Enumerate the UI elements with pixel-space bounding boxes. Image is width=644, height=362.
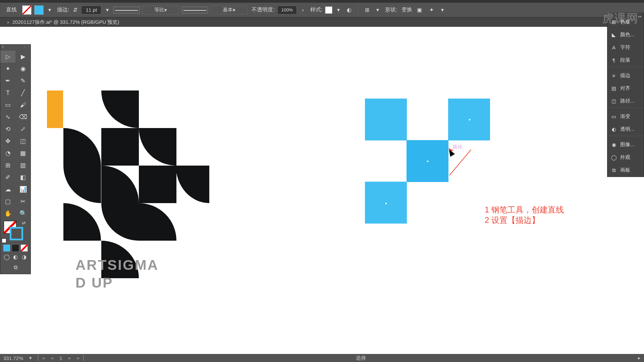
gradient-tool[interactable]: ▥ xyxy=(15,159,31,171)
black-shape xyxy=(63,128,101,166)
draw-inside[interactable]: ◑ xyxy=(20,254,28,260)
panel-character[interactable]: A字符 xyxy=(607,41,644,54)
stroke-color-box[interactable] xyxy=(10,227,23,240)
iso-dd[interactable]: ▾ xyxy=(439,7,446,13)
artboard-tool[interactable]: ▢ xyxy=(0,195,15,207)
nav-prev-icon[interactable]: ◂ xyxy=(51,355,53,361)
black-shape xyxy=(101,90,139,128)
canvas[interactable]: × 〈〈 ▷ ▶ ✦ ◉ ✒ ✎ T ╱ ▭ 🖌 ∿ ⌫ ⟲ ⤢ ✥ ◫ ◔ ▦… xyxy=(0,27,644,354)
toolbox-close-icon[interactable]: × xyxy=(2,45,4,51)
profile-dropdown[interactable]: 等比 ▾ xyxy=(142,6,179,14)
color-mode-solid[interactable] xyxy=(3,244,10,252)
color-mode-none[interactable] xyxy=(20,244,28,252)
zoom-dropdown-icon[interactable]: ▾ xyxy=(29,355,32,361)
isolate-icon[interactable]: ✦ xyxy=(427,6,436,14)
lasso-tool[interactable]: ◉ xyxy=(15,63,31,75)
brush-preview[interactable] xyxy=(182,7,208,13)
symbol-tool[interactable]: ☁ xyxy=(0,183,15,195)
recolor-icon[interactable]: ◐ xyxy=(344,6,354,14)
hand-tool[interactable]: ✋ xyxy=(0,207,15,220)
status-tool-hint: 选择 xyxy=(356,355,366,361)
pen-tool[interactable]: ✒ xyxy=(0,75,15,87)
menubar xyxy=(0,0,644,3)
transparency-icon: ◐ xyxy=(611,126,617,132)
panel-paragraph[interactable]: ¶段落 xyxy=(607,54,644,67)
scale-tool[interactable]: ⤢ xyxy=(15,123,31,135)
black-shape xyxy=(139,203,176,241)
line-tool[interactable]: ╱ xyxy=(15,87,31,99)
right-panels: ▸▸ ⊞色板 ◣颜色... A字符 ¶段落 ≡描边 ▤对齐 ◫路径... ▭渐变… xyxy=(607,13,644,177)
toolbox-menu-icon[interactable]: 〈〈 xyxy=(22,45,29,51)
swatch-dropdown[interactable]: ▾ xyxy=(46,7,53,13)
direct-selection-tool[interactable]: ▶ xyxy=(15,51,31,63)
shaper-tool[interactable]: ∿ xyxy=(0,111,15,123)
nav-first-icon[interactable]: ▏◂ xyxy=(38,355,45,361)
panel-collapse-icon[interactable]: ▸▸ xyxy=(638,14,642,18)
shape-builder-tool[interactable]: ◔ xyxy=(0,147,15,159)
stroke-color-swatch[interactable] xyxy=(34,5,44,15)
draw-normal[interactable]: ◯ xyxy=(3,254,10,260)
opacity-input[interactable] xyxy=(277,6,297,14)
stroke-stepper[interactable]: ⇵ xyxy=(72,7,78,13)
black-shape xyxy=(176,166,209,203)
char-icon: A xyxy=(611,45,617,51)
close-icon[interactable]: × xyxy=(7,19,10,25)
annotation-arrow xyxy=(449,147,480,178)
curvature-tool[interactable]: ✎ xyxy=(15,75,31,87)
style-swatch[interactable] xyxy=(325,6,332,14)
panel-align[interactable]: ▤对齐 xyxy=(607,82,644,95)
options-bar: 直线 ▾ 描边: ⇵ ▾ 等比 ▾ 基本 ▾ 不透明度: › 样式: ▾ ◐ ⊞… xyxy=(0,3,644,17)
swap-fill-stroke-icon[interactable]: ⇄ xyxy=(22,220,26,226)
annotation-text: 1 钢笔工具，创建直线 2 设置【描边】 xyxy=(485,204,564,225)
panel-stroke[interactable]: ≡描边 xyxy=(607,69,644,82)
pathfinder-icon: ◫ xyxy=(611,98,617,104)
zoom-level[interactable]: 331.72% xyxy=(3,355,23,361)
slice-tool[interactable]: ✂ xyxy=(15,195,31,207)
default-fill-stroke-icon[interactable] xyxy=(2,238,6,243)
screen-mode[interactable]: ⧉ xyxy=(0,261,31,274)
draw-behind[interactable]: ◐ xyxy=(12,254,19,260)
nav-last-icon[interactable]: ▸▕ xyxy=(77,355,84,361)
eraser-tool[interactable]: ⌫ xyxy=(15,111,31,123)
transform-icon[interactable]: ▣ xyxy=(415,6,424,14)
style-dropdown[interactable]: ▾ xyxy=(335,7,342,13)
opacity-dropdown[interactable]: › xyxy=(300,7,306,13)
panel-color[interactable]: ◣颜色... xyxy=(607,28,644,41)
document-tab[interactable]: × 20201127操作.ai* @ 331.72% (RGB/GPU 预览) xyxy=(3,19,123,25)
brush-dropdown[interactable]: 基本 ▾ xyxy=(211,6,248,14)
align-dd[interactable]: ▾ xyxy=(374,7,381,13)
free-transform-tool[interactable]: ◫ xyxy=(15,135,31,147)
eyedropper-tool[interactable]: ✐ xyxy=(0,171,15,183)
blend-tool[interactable]: ◧ xyxy=(15,171,31,183)
panel-artboards[interactable]: ⧉画板 xyxy=(607,164,644,177)
gradient-icon: ▭ xyxy=(611,114,617,120)
type-tool[interactable]: T xyxy=(0,87,15,99)
rotate-tool[interactable]: ⟲ xyxy=(0,123,15,135)
mesh-tool[interactable]: ⊞ xyxy=(0,159,15,171)
stroke-weight-input[interactable] xyxy=(81,6,101,14)
stroke-preview[interactable] xyxy=(113,7,140,13)
panel-appearance[interactable]: ◯外观 xyxy=(607,151,644,164)
panel-pathfinder[interactable]: ◫路径... xyxy=(607,95,644,108)
align-icon[interactable]: ⊞ xyxy=(362,6,372,14)
swatches-icon: ⊞ xyxy=(611,19,617,25)
zoom-tool[interactable]: 🔍 xyxy=(15,207,31,220)
panel-image[interactable]: ◉图像... xyxy=(607,138,644,151)
color-mode-gradient[interactable] xyxy=(12,244,19,252)
fill-swatch[interactable] xyxy=(22,5,32,15)
paintbrush-tool[interactable]: 🖌 xyxy=(15,99,31,111)
panel-gradient[interactable]: ▭渐变 xyxy=(607,110,644,123)
magic-wand-tool[interactable]: ✦ xyxy=(0,63,15,75)
width-tool[interactable]: ✥ xyxy=(0,135,15,147)
transform-label[interactable]: 变换 xyxy=(401,6,412,13)
perspective-tool[interactable]: ▦ xyxy=(15,147,31,159)
nav-next-icon[interactable]: ▸ xyxy=(68,355,71,361)
panel-transparency[interactable]: ◐透明... xyxy=(607,123,644,136)
stroke-weight-dropdown[interactable]: ▾ xyxy=(104,7,111,13)
rectangle-tool[interactable]: ▭ xyxy=(0,99,15,111)
status-scroll-icon[interactable]: ▸ xyxy=(638,355,641,361)
stroke-label: 描边: xyxy=(57,6,69,13)
artboard-number[interactable]: 1 xyxy=(59,355,62,361)
graph-tool[interactable]: 📊 xyxy=(15,183,31,195)
selection-tool[interactable]: ▷ xyxy=(0,51,15,63)
